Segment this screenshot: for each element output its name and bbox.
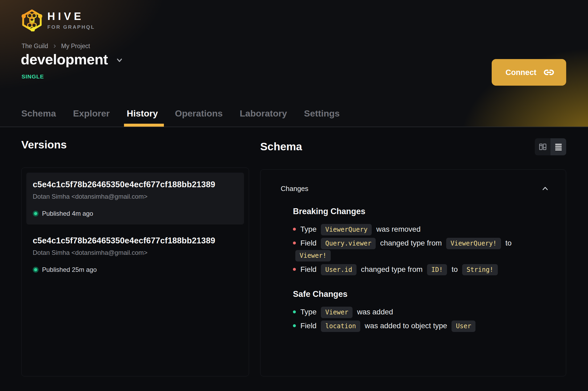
list-view-button[interactable]	[550, 138, 566, 155]
hive-logo-icon	[21, 9, 43, 31]
code-chip: Query.viewer	[321, 238, 375, 249]
version-hash: c5e4c1c5f78b26465350e4ecf677cf188bb21389	[33, 236, 238, 246]
version-card[interactable]: c5e4c1c5f78b26465350e4ecf677cf188bb21389…	[26, 173, 244, 224]
chevron-down-icon	[115, 56, 123, 65]
tab-label: Settings	[304, 108, 340, 118]
schema-view-toggle	[535, 138, 566, 155]
code-chip: String!	[462, 264, 498, 276]
breaking-changes-title: Breaking Changes	[293, 207, 547, 216]
change-item-text: Field location was added to object type …	[300, 322, 478, 330]
tab-label: Laboratory	[240, 108, 287, 118]
version-card[interactable]: c5e4c1c5f78b26465350e4ecf677cf188bb21389…	[26, 229, 244, 281]
tab[interactable]: Explorer	[73, 108, 110, 127]
change-item-text: Type ViewerQuery was removed	[300, 225, 421, 233]
breadcrumb: The Guild My Project	[22, 43, 90, 50]
brand-logo[interactable]: HIVE FOR GRAPHQL	[21, 9, 95, 31]
tab-label: Operations	[175, 108, 223, 118]
change-item-text: Field User.id changed type from ID! to S…	[300, 265, 500, 273]
version-status-text: Published 25m ago	[42, 266, 97, 273]
tab[interactable]: Operations	[175, 108, 223, 127]
version-status: Published 4m ago	[33, 210, 238, 217]
change-item: Field location was added to object type …	[293, 320, 547, 332]
version-author: Dotan Simha <dotansimha@gmail.com>	[33, 249, 238, 256]
breaking-bullet	[293, 242, 296, 244]
safe-changes-list: Type Viewer was added Field location was…	[293, 306, 547, 332]
schema-title: Schema	[260, 140, 302, 153]
changes-body: Breaking Changes Type ViewerQuery was re…	[260, 207, 566, 332]
connect-button[interactable]: Connect	[492, 59, 566, 86]
code-chip: Viewer!	[295, 250, 331, 261]
target-tabs: Schema Explorer History Operations Labor…	[21, 108, 340, 127]
tab-label: Explorer	[73, 108, 110, 118]
versions-panel: c5e4c1c5f78b26465350e4ecf677cf188bb21389…	[21, 168, 249, 376]
version-status: Published 25m ago	[33, 266, 238, 273]
brand-name: HIVE	[47, 10, 95, 22]
chevron-right-icon	[52, 44, 57, 48]
target-mode-badge: SINGLE	[22, 73, 44, 80]
code-chip: ID!	[427, 264, 447, 276]
versions-title: Versions	[21, 139, 67, 151]
breaking-bullet	[293, 228, 296, 231]
tab-label: History	[127, 108, 158, 118]
page-header: HIVE FOR GRAPHQL The Guild My Project de…	[0, 0, 588, 127]
schema-header: Schema	[260, 138, 566, 155]
changes-panel-header[interactable]: Changes	[260, 170, 566, 193]
breaking-bullet	[293, 268, 296, 271]
list-icon	[554, 143, 563, 151]
link-icon	[543, 67, 554, 78]
change-item: Type ViewerQuery was removed	[293, 223, 547, 235]
split-view-button[interactable]	[535, 138, 550, 155]
columns-icon	[538, 142, 547, 151]
change-item: Field Query.viewer changed type from Vie…	[293, 237, 547, 261]
code-chip: Viewer	[321, 307, 353, 318]
target-selector[interactable]: development	[21, 51, 123, 68]
changes-panel: Changes Breaking Changes Type ViewerQuer…	[260, 169, 566, 376]
change-item: Field User.id changed type from ID! to S…	[293, 263, 547, 276]
hive-history-page: HIVE FOR GRAPHQL The Guild My Project de…	[0, 0, 588, 391]
safe-bullet	[293, 324, 296, 327]
safe-bullet	[293, 310, 296, 313]
version-status-text: Published 4m ago	[42, 210, 93, 217]
code-chip: location	[321, 321, 360, 332]
published-status-dot	[33, 211, 39, 217]
tab[interactable]: Laboratory	[240, 108, 287, 127]
code-chip: User	[452, 321, 475, 332]
change-item: Type Viewer was added	[293, 306, 547, 318]
brand-wordmark: HIVE FOR GRAPHQL	[47, 10, 95, 30]
tab[interactable]: History	[127, 108, 158, 127]
safe-changes-title: Safe Changes	[293, 289, 547, 299]
version-hash: c5e4c1c5f78b26465350e4ecf677cf188bb21389	[33, 180, 238, 189]
changes-panel-title: Changes	[281, 185, 308, 193]
code-chip: User.id	[321, 264, 356, 276]
code-chip: ViewerQuery!	[446, 238, 501, 249]
tab[interactable]: Schema	[21, 108, 56, 127]
version-author: Dotan Simha <dotansimha@gmail.com>	[33, 193, 238, 200]
breadcrumb-project[interactable]: My Project	[61, 43, 90, 50]
connect-button-label: Connect	[506, 68, 536, 77]
change-item-text: Field Query.viewer changed type from Vie…	[293, 239, 512, 259]
tab-label: Schema	[21, 108, 56, 118]
published-status-dot	[33, 267, 39, 273]
breaking-changes-list: Type ViewerQuery was removed Field Query…	[293, 223, 547, 276]
chevron-up-icon	[541, 184, 549, 193]
collapse-button[interactable]	[541, 184, 549, 193]
breadcrumb-org[interactable]: The Guild	[22, 43, 48, 50]
page-title: development	[21, 51, 108, 68]
brand-tagline: FOR GRAPHQL	[47, 24, 95, 30]
code-chip: ViewerQuery	[321, 224, 372, 235]
change-item-text: Type Viewer was added	[300, 308, 393, 316]
tab[interactable]: Settings	[304, 108, 340, 127]
